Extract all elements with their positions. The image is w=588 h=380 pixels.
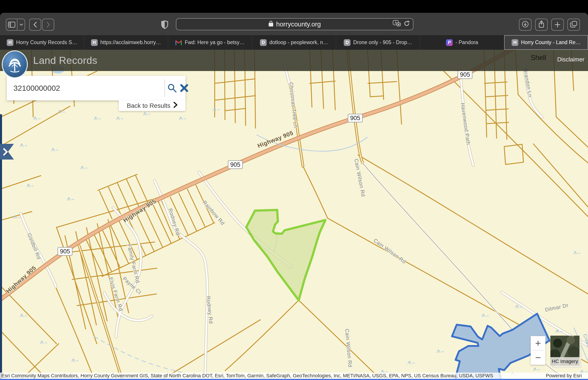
share-button[interactable] (535, 19, 548, 31)
svg-text:A: A (395, 21, 397, 24)
svg-text:✱: ✱ (398, 23, 399, 26)
tab-bar: H Horry County Records S… H https://accl… (0, 35, 588, 50)
basemap-label: HC Imagery (550, 357, 579, 366)
tab-label: Fwd: Here ya go - betsy… (185, 39, 245, 45)
chevron-right-icon (173, 102, 177, 110)
browser-toolbar: horrycounty.org A ✱ (0, 13, 588, 35)
address-bar[interactable]: horrycounty.org A ✱ (176, 18, 414, 30)
tab-overview-icon (570, 21, 577, 28)
svg-text:905: 905 (60, 248, 70, 255)
attribution-bar: Esri Community Maps Contributors, Horry … (0, 373, 588, 379)
download-icon (522, 21, 529, 29)
back-to-results-label: Back to Results (127, 102, 171, 109)
h-favicon: H (91, 39, 98, 46)
basemap-toggle[interactable]: HC Imagery (550, 336, 579, 366)
back-icon (33, 22, 37, 28)
tab-dotloop[interactable]: D dotloop - peoplework, n… (252, 35, 336, 50)
divider (532, 350, 544, 351)
translate-icon[interactable]: A ✱ (393, 20, 401, 28)
tab-label: https://acclaimweb.horry… (100, 39, 161, 45)
tab-gmail-fwd[interactable]: Fwd: Here ya go - betsy… (168, 35, 252, 50)
tab-label: Drone only - 905 - Drop… (353, 39, 412, 45)
h-favicon: H (512, 39, 518, 46)
sidebar-toggle-button[interactable] (6, 19, 18, 31)
d-favicon: D (344, 39, 350, 46)
sidebar-dropdown-button[interactable] (18, 19, 25, 31)
attribution-sources: Esri Community Maps Contributors, Horry … (1, 373, 493, 379)
map-poi-shell-label: Shell (531, 54, 546, 62)
plus-icon (554, 19, 561, 30)
search-panel (7, 76, 186, 100)
tree-icon (7, 56, 23, 73)
horry-county-logo (2, 50, 28, 78)
gmail-favicon (175, 39, 182, 46)
url-text: horrycounty.org (276, 21, 321, 28)
tab-label: Horry County - Land Re… (521, 39, 581, 45)
tab-acclaimweb[interactable]: H https://acclaimweb.horry… (84, 35, 168, 50)
tab-label: Horry County Records S… (16, 39, 77, 45)
parcel-search-input[interactable] (7, 76, 161, 100)
divider (165, 79, 165, 97)
zoom-out-button[interactable]: − (531, 350, 545, 365)
svg-text:905: 905 (350, 115, 360, 121)
chevron-right-icon (2, 148, 8, 156)
bottom-accent-strip (0, 379, 588, 380)
land-records-page: 905 905 905 905 Highway 905 Highway 905 … (0, 50, 588, 380)
sidebar-toggle-icon (8, 22, 15, 28)
tab-land-records-active[interactable]: H Horry County - Land Re… (504, 35, 588, 50)
tab-pandora[interactable]: P - Pandora (420, 35, 504, 50)
svg-text:905: 905 (230, 161, 240, 168)
back-to-results-button[interactable]: Back to Results (119, 100, 186, 111)
screen: horrycounty.org A ✱ (0, 0, 588, 380)
clear-search-icon[interactable] (179, 83, 189, 93)
disclaimer-link[interactable]: Disclaimer (557, 56, 584, 63)
downloads-button[interactable] (519, 19, 531, 31)
d-favicon: D (260, 39, 267, 46)
tab-label: - Pandora (455, 39, 478, 45)
reload-icon[interactable] (404, 20, 410, 28)
page-title: Land Records (33, 55, 97, 66)
tab-label: dotloop - peoplework, n… (269, 39, 328, 45)
forward-icon (46, 22, 50, 28)
tab-horry-records-search[interactable]: H Horry County Records S… (0, 35, 84, 50)
lock-icon (268, 20, 273, 28)
safari-window: horrycounty.org A ✱ (0, 13, 588, 380)
pandora-favicon: P (446, 39, 453, 46)
new-tab-button[interactable] (551, 19, 564, 31)
powered-by-esri: Powered by Esri (546, 373, 582, 379)
privacy-shield-icon[interactable] (160, 19, 170, 30)
forward-button[interactable] (42, 19, 54, 31)
share-icon (538, 20, 545, 29)
zoom-in-button[interactable]: + (531, 336, 545, 350)
tab-overview-button[interactable] (567, 19, 580, 31)
h-favicon: H (7, 39, 13, 46)
svg-text:905: 905 (460, 71, 470, 78)
search-icon[interactable] (167, 83, 177, 93)
back-button[interactable] (29, 19, 41, 31)
tab-dropbox-drone[interactable]: D Drone only - 905 - Drop… (336, 35, 420, 50)
chevron-down-icon (19, 23, 23, 26)
zoom-control: + − (531, 336, 545, 365)
